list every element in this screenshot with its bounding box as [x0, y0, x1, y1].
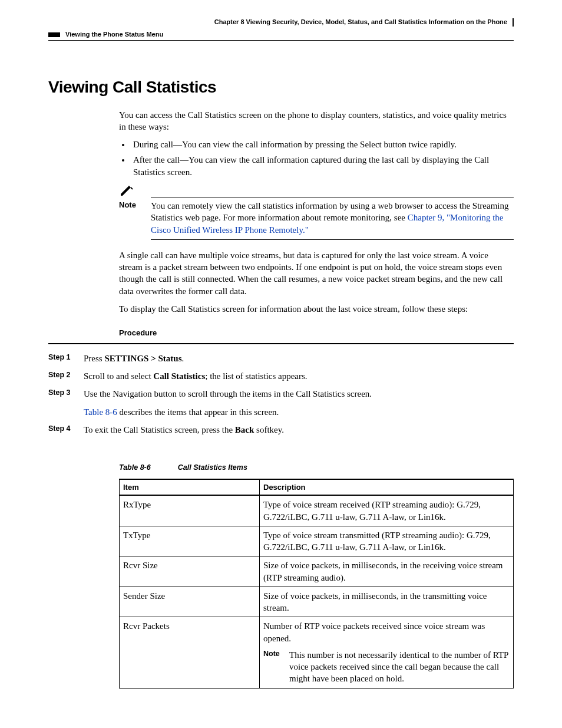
note-text: You can remotely view the call statistic…: [151, 200, 514, 236]
header-chapter: Chapter 8 Viewing Security, Device, Mode…: [214, 18, 507, 25]
table-header: Item: [120, 479, 260, 496]
pencil-icon: [119, 184, 134, 199]
step-text: To exit the Call Statistics screen, pres…: [84, 424, 514, 436]
header-rule: [48, 40, 514, 41]
table-row: Rcvr Packets Number of RTP voice packets…: [120, 617, 514, 688]
step-row: Step 4 To exit the Call Statistics scree…: [84, 424, 514, 436]
step-label: Step 4: [48, 424, 84, 436]
table-row: Rcvr Size Size of voice packets, in mill…: [120, 556, 514, 587]
header-marker-icon: [48, 32, 60, 37]
table-row: RxType Type of voice stream received (RT…: [120, 495, 514, 526]
step-label: Step 1: [48, 353, 84, 364]
bullet-item: After the call—You can view the call inf…: [131, 154, 514, 178]
note-block: Note You can remotely view the call stat…: [119, 184, 514, 240]
step-text: Press SETTINGS > Status.: [84, 353, 514, 364]
table-row: TxType Type of voice stream transmitted …: [120, 526, 514, 556]
header-section: Viewing the Phone Status Menu: [65, 31, 163, 38]
body-paragraph: A single call can have multiple voice st…: [119, 249, 514, 297]
call-statistics-table: Item Description RxType Type of voice st…: [119, 479, 514, 689]
note-bottom-rule: [151, 239, 514, 240]
intro-bullets: During call—You can view the call inform…: [131, 139, 514, 178]
header-tick-icon: [513, 18, 514, 27]
table-row: Sender Size Size of voice packets, in mi…: [120, 587, 514, 617]
step-text: Scroll to and select Call Statistics; th…: [84, 370, 514, 382]
step-row: Step 2 Scroll to and select Call Statist…: [84, 370, 514, 382]
page-title: Viewing Call Statistics: [48, 76, 514, 98]
intro-paragraph: You can access the Call Statistics scree…: [119, 109, 514, 133]
procedure-heading: Procedure: [119, 328, 514, 338]
procedure-rule: [48, 343, 514, 344]
step-label: Step 2: [48, 370, 84, 382]
table-caption: Table 8-6Call Statistics Items: [119, 463, 514, 473]
page-header: Chapter 8 Viewing Security, Device, Mode…: [48, 18, 514, 27]
body-paragraph: To display the Call Statistics screen fo…: [119, 303, 514, 315]
step-label: Step 3: [48, 388, 84, 418]
table-header: Description: [260, 479, 514, 496]
cell-note: Note This number is not necessarily iden…: [263, 649, 510, 685]
note-label: Note: [119, 200, 151, 236]
step-row: Step 1 Press SETTINGS > Status.: [84, 353, 514, 364]
step-row: Step 3 Use the Navigation button to scro…: [84, 388, 514, 418]
note-top-rule: [151, 197, 514, 197]
table-ref-link[interactable]: Table 8-6: [84, 407, 117, 417]
page-subheader: Viewing the Phone Status Menu: [48, 30, 514, 39]
bullet-item: During call—You can view the call inform…: [131, 139, 514, 150]
step-text: Use the Navigation button to scroll thro…: [84, 388, 514, 418]
